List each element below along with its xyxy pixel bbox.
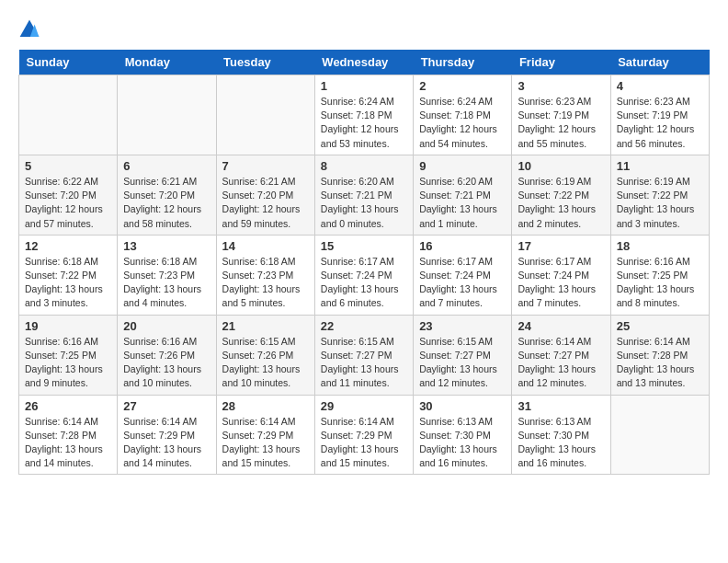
day-number: 14 — [222, 239, 309, 253]
day-number: 8 — [321, 159, 407, 173]
day-number: 16 — [419, 239, 506, 253]
calendar-cell: 26Sunrise: 6:14 AMSunset: 7:28 PMDayligh… — [19, 395, 118, 475]
day-info: Sunrise: 6:17 AMSunset: 7:24 PMDaylight:… — [419, 255, 506, 311]
day-info: Sunrise: 6:18 AMSunset: 7:23 PMDaylight:… — [123, 255, 210, 311]
day-info: Sunrise: 6:15 AMSunset: 7:26 PMDaylight:… — [222, 335, 309, 391]
calendar-cell: 22Sunrise: 6:15 AMSunset: 7:27 PMDayligh… — [314, 315, 413, 395]
day-info: Sunrise: 6:14 AMSunset: 7:29 PMDaylight:… — [222, 415, 309, 471]
day-info: Sunrise: 6:14 AMSunset: 7:29 PMDaylight:… — [123, 415, 210, 471]
day-number: 22 — [321, 319, 407, 333]
day-number: 6 — [123, 159, 210, 173]
logo-icon — [18, 18, 40, 40]
day-number: 9 — [419, 159, 506, 173]
day-number: 28 — [222, 399, 309, 413]
day-info: Sunrise: 6:16 AMSunset: 7:26 PMDaylight:… — [123, 335, 210, 391]
calendar-cell: 24Sunrise: 6:14 AMSunset: 7:27 PMDayligh… — [512, 315, 610, 395]
calendar-cell: 12Sunrise: 6:18 AMSunset: 7:22 PMDayligh… — [19, 235, 118, 315]
day-number: 13 — [123, 239, 210, 253]
calendar-cell: 14Sunrise: 6:18 AMSunset: 7:23 PMDayligh… — [216, 235, 314, 315]
day-info: Sunrise: 6:18 AMSunset: 7:23 PMDaylight:… — [222, 255, 309, 311]
calendar-cell: 9Sunrise: 6:20 AMSunset: 7:21 PMDaylight… — [414, 155, 512, 235]
day-number: 11 — [617, 159, 703, 173]
day-info: Sunrise: 6:19 AMSunset: 7:22 PMDaylight:… — [617, 175, 703, 231]
calendar-header-thursday: Thursday — [414, 50, 512, 75]
calendar-cell: 6Sunrise: 6:21 AMSunset: 7:20 PMDaylight… — [118, 155, 216, 235]
calendar-cell: 13Sunrise: 6:18 AMSunset: 7:23 PMDayligh… — [118, 235, 216, 315]
calendar-header-saturday: Saturday — [610, 50, 709, 75]
day-number: 26 — [25, 399, 111, 413]
calendar-cell: 21Sunrise: 6:15 AMSunset: 7:26 PMDayligh… — [216, 315, 314, 395]
calendar-cell: 7Sunrise: 6:21 AMSunset: 7:20 PMDaylight… — [216, 155, 314, 235]
day-info: Sunrise: 6:21 AMSunset: 7:20 PMDaylight:… — [123, 175, 210, 231]
day-info: Sunrise: 6:14 AMSunset: 7:28 PMDaylight:… — [617, 335, 703, 391]
day-number: 10 — [518, 159, 604, 173]
calendar-cell: 3Sunrise: 6:23 AMSunset: 7:19 PMDaylight… — [512, 75, 610, 155]
calendar-cell: 10Sunrise: 6:19 AMSunset: 7:22 PMDayligh… — [512, 155, 610, 235]
day-info: Sunrise: 6:20 AMSunset: 7:21 PMDaylight:… — [419, 175, 506, 231]
day-number: 24 — [518, 319, 604, 333]
calendar-cell: 4Sunrise: 6:23 AMSunset: 7:19 PMDaylight… — [610, 75, 709, 155]
day-info: Sunrise: 6:14 AMSunset: 7:29 PMDaylight:… — [321, 415, 407, 471]
day-number: 17 — [518, 239, 604, 253]
day-info: Sunrise: 6:16 AMSunset: 7:25 PMDaylight:… — [25, 335, 111, 391]
day-info: Sunrise: 6:17 AMSunset: 7:24 PMDaylight:… — [518, 255, 604, 311]
calendar-cell: 17Sunrise: 6:17 AMSunset: 7:24 PMDayligh… — [512, 235, 610, 315]
calendar-cell: 31Sunrise: 6:13 AMSunset: 7:30 PMDayligh… — [512, 395, 610, 475]
day-number: 27 — [123, 399, 210, 413]
calendar-cell: 1Sunrise: 6:24 AMSunset: 7:18 PMDaylight… — [314, 75, 413, 155]
day-number: 12 — [25, 239, 111, 253]
calendar-cell — [118, 75, 216, 155]
calendar-header-tuesday: Tuesday — [216, 50, 314, 75]
calendar-cell: 11Sunrise: 6:19 AMSunset: 7:22 PMDayligh… — [610, 155, 709, 235]
day-info: Sunrise: 6:23 AMSunset: 7:19 PMDaylight:… — [617, 95, 703, 151]
calendar-week-row: 12Sunrise: 6:18 AMSunset: 7:22 PMDayligh… — [19, 235, 710, 315]
calendar-cell — [19, 75, 118, 155]
day-number: 23 — [419, 319, 506, 333]
day-info: Sunrise: 6:16 AMSunset: 7:25 PMDaylight:… — [617, 255, 703, 311]
day-info: Sunrise: 6:19 AMSunset: 7:22 PMDaylight:… — [518, 175, 604, 231]
day-info: Sunrise: 6:14 AMSunset: 7:28 PMDaylight:… — [25, 415, 111, 471]
day-number: 19 — [25, 319, 111, 333]
day-info: Sunrise: 6:20 AMSunset: 7:21 PMDaylight:… — [321, 175, 407, 231]
calendar-week-row: 26Sunrise: 6:14 AMSunset: 7:28 PMDayligh… — [19, 395, 710, 475]
calendar-cell: 8Sunrise: 6:20 AMSunset: 7:21 PMDaylight… — [314, 155, 413, 235]
day-info: Sunrise: 6:24 AMSunset: 7:18 PMDaylight:… — [419, 95, 506, 151]
page-header — [18, 18, 710, 40]
calendar-week-row: 1Sunrise: 6:24 AMSunset: 7:18 PMDaylight… — [19, 75, 710, 155]
calendar-cell: 15Sunrise: 6:17 AMSunset: 7:24 PMDayligh… — [314, 235, 413, 315]
calendar-cell: 25Sunrise: 6:14 AMSunset: 7:28 PMDayligh… — [610, 315, 709, 395]
calendar-cell: 5Sunrise: 6:22 AMSunset: 7:20 PMDaylight… — [19, 155, 118, 235]
day-number: 5 — [25, 159, 111, 173]
day-info: Sunrise: 6:13 AMSunset: 7:30 PMDaylight:… — [518, 415, 604, 471]
day-number: 18 — [617, 239, 703, 253]
calendar-cell: 23Sunrise: 6:15 AMSunset: 7:27 PMDayligh… — [414, 315, 512, 395]
calendar-cell: 20Sunrise: 6:16 AMSunset: 7:26 PMDayligh… — [118, 315, 216, 395]
day-info: Sunrise: 6:13 AMSunset: 7:30 PMDaylight:… — [419, 415, 506, 471]
day-info: Sunrise: 6:21 AMSunset: 7:20 PMDaylight:… — [222, 175, 309, 231]
calendar-week-row: 19Sunrise: 6:16 AMSunset: 7:25 PMDayligh… — [19, 315, 710, 395]
calendar-cell: 16Sunrise: 6:17 AMSunset: 7:24 PMDayligh… — [414, 235, 512, 315]
calendar-cell — [216, 75, 314, 155]
day-info: Sunrise: 6:17 AMSunset: 7:24 PMDaylight:… — [321, 255, 407, 311]
calendar-header-wednesday: Wednesday — [314, 50, 413, 75]
day-number: 29 — [321, 399, 407, 413]
day-number: 31 — [518, 399, 604, 413]
calendar-cell: 30Sunrise: 6:13 AMSunset: 7:30 PMDayligh… — [414, 395, 512, 475]
calendar-table: SundayMondayTuesdayWednesdayThursdayFrid… — [18, 50, 710, 475]
day-number: 25 — [617, 319, 703, 333]
day-number: 3 — [518, 79, 604, 93]
day-info: Sunrise: 6:24 AMSunset: 7:18 PMDaylight:… — [321, 95, 407, 151]
day-info: Sunrise: 6:18 AMSunset: 7:22 PMDaylight:… — [25, 255, 111, 311]
day-number: 7 — [222, 159, 309, 173]
calendar-header-row: SundayMondayTuesdayWednesdayThursdayFrid… — [19, 50, 710, 75]
day-info: Sunrise: 6:23 AMSunset: 7:19 PMDaylight:… — [518, 95, 604, 151]
day-info: Sunrise: 6:15 AMSunset: 7:27 PMDaylight:… — [321, 335, 407, 391]
day-number: 15 — [321, 239, 407, 253]
day-number: 2 — [419, 79, 506, 93]
calendar-cell: 19Sunrise: 6:16 AMSunset: 7:25 PMDayligh… — [19, 315, 118, 395]
day-info: Sunrise: 6:15 AMSunset: 7:27 PMDaylight:… — [419, 335, 506, 391]
calendar-cell: 2Sunrise: 6:24 AMSunset: 7:18 PMDaylight… — [414, 75, 512, 155]
calendar-header-monday: Monday — [118, 50, 216, 75]
calendar-cell — [610, 395, 709, 475]
calendar-cell: 28Sunrise: 6:14 AMSunset: 7:29 PMDayligh… — [216, 395, 314, 475]
